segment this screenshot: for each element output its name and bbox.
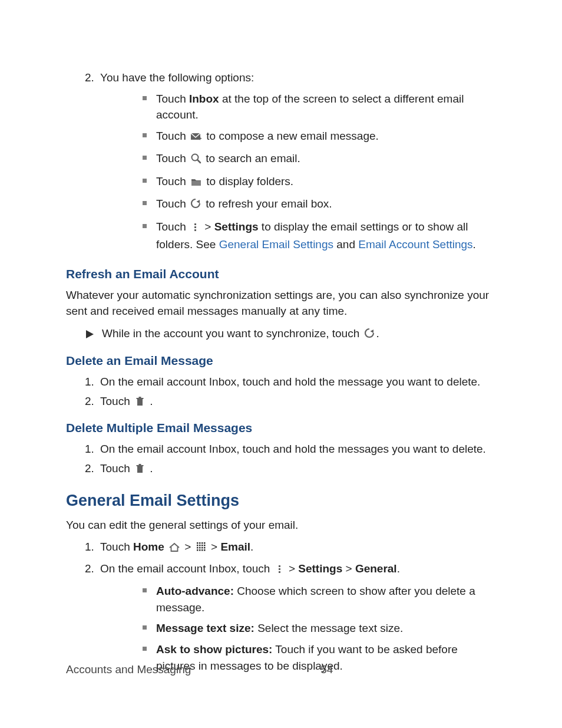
list-item: 2. Touch . [66, 393, 496, 411]
list-item: 1. On the email account Inbox, touch and… [66, 441, 496, 457]
square-bullet-icon [143, 179, 147, 183]
list-number: 2. [85, 561, 100, 678]
text: Touch [156, 175, 189, 187]
overflow-icon [190, 220, 200, 237]
list-item: Touch Inbox at the top of the screen to … [100, 91, 496, 123]
bold-text: Inbox [189, 93, 219, 105]
text: . [250, 541, 253, 553]
footer-section-title: Accounts and Messaging [66, 663, 191, 676]
text: While in the account you want to synchro… [102, 327, 363, 340]
square-bullet-icon [143, 133, 147, 137]
text: > [208, 541, 221, 553]
square-bullet-icon [143, 201, 147, 205]
square-bullet-icon [143, 588, 147, 592]
list-item: Touch to compose a new email message. [100, 128, 496, 146]
square-bullet-icon [143, 647, 147, 651]
list-item: Touch to refresh your email box. [100, 196, 496, 214]
text: Touch [156, 197, 189, 210]
text: . [397, 562, 400, 575]
text: Select the message text size. [254, 622, 403, 634]
general-settings-steps: 1. Touch Home > > Email. 2. On the email… [66, 539, 496, 678]
apps-icon [196, 541, 207, 557]
document-page: 2. You have the following options: Touch… [0, 0, 562, 728]
heading-delete-multi: Delete Multiple Email Messages [66, 421, 496, 435]
list-item: Touch to search an email. [100, 150, 496, 169]
text: . [473, 238, 476, 251]
refresh-icon [364, 327, 375, 344]
text: > [201, 220, 214, 233]
page-footer: Accounts and Messaging 54 [66, 663, 496, 676]
footer-page-number: 54 [320, 663, 333, 676]
list-number: 1. [85, 374, 100, 390]
text: and [333, 238, 358, 251]
action-item: While in the account you want to synchro… [66, 325, 496, 344]
heading-refresh-account: Refresh an Email Account [66, 267, 496, 281]
text: On the email account Inbox, touch [100, 562, 273, 575]
text: Touch [100, 462, 133, 475]
search-icon [190, 152, 201, 169]
bold-text: Email [220, 541, 250, 553]
list-number: 1. [85, 441, 100, 457]
bold-text: Message text size: [156, 622, 254, 634]
bold-text: Auto-advance: [156, 585, 234, 597]
square-bullet-icon [143, 156, 147, 160]
text: Touch [156, 220, 189, 233]
heading-delete-one: Delete an Email Message [66, 354, 496, 368]
home-icon [168, 541, 180, 557]
list-number: 2. [85, 393, 100, 411]
bold-text: Settings [298, 562, 342, 575]
text: to compose a new email message. [203, 130, 379, 142]
list-item: 2. On the email account Inbox, touch > S… [66, 561, 496, 678]
list-item: 1. On the email account Inbox, touch and… [66, 374, 496, 390]
text: Touch [156, 152, 189, 164]
text: Touch [100, 395, 133, 407]
text: to search an email. [203, 152, 300, 164]
text: Touch [156, 93, 189, 105]
list-item: 2. You have the following options: Touch… [66, 70, 496, 258]
list-number: 2. [85, 70, 100, 258]
list-item: Message text size: Select the message te… [100, 620, 496, 637]
link-email-account-settings[interactable]: Email Account Settings [358, 238, 472, 251]
square-bullet-icon [143, 625, 147, 630]
arrow-icon [85, 328, 95, 344]
text: Touch [156, 130, 189, 142]
text: > [286, 562, 299, 575]
paragraph: You can edit the general settings of you… [66, 517, 496, 533]
step-text: On the email account Inbox, touch and ho… [100, 374, 496, 390]
square-bullet-icon [143, 96, 147, 100]
compose-icon [190, 130, 202, 146]
bold-text: Ask to show pictures: [156, 643, 272, 655]
text: . [147, 395, 153, 407]
trash-icon [134, 462, 146, 479]
overflow-icon [275, 562, 285, 579]
text: . [376, 327, 379, 340]
bold-text: Home [133, 541, 164, 553]
folder-icon [190, 175, 202, 192]
list-item: Touch > Settings to display the email se… [100, 219, 496, 253]
text: Touch [100, 541, 133, 553]
link-general-email-settings[interactable]: General Email Settings [219, 238, 333, 251]
heading-general-email-settings: General Email Settings [66, 492, 496, 510]
sub-bullet-list: Touch Inbox at the top of the screen to … [100, 91, 496, 253]
list-number: 2. [85, 460, 100, 479]
list-item: 1. Touch Home > > Email. [66, 539, 496, 557]
delete-multi-steps: 1. On the email account Inbox, touch and… [66, 441, 496, 479]
list-number: 1. [85, 539, 100, 557]
general-settings-bullets: Auto-advance: Choose which screen to sho… [100, 583, 496, 674]
text: . [147, 462, 153, 475]
square-bullet-icon [143, 224, 147, 228]
options-list: 2. You have the following options: Touch… [66, 70, 496, 258]
text: to display folders. [203, 175, 293, 187]
refresh-icon [190, 197, 201, 214]
step-text: On the email account Inbox, touch and ho… [100, 441, 496, 457]
paragraph: Whatever your automatic synchronization … [66, 287, 496, 319]
text: > [181, 541, 194, 553]
bold-text: Settings [214, 220, 259, 233]
list-item: Auto-advance: Choose which screen to sho… [100, 583, 496, 615]
delete-one-steps: 1. On the email account Inbox, touch and… [66, 374, 496, 411]
text: to refresh your email box. [203, 197, 332, 210]
trash-icon [134, 395, 146, 411]
text: > [342, 562, 355, 575]
step-text: You have the following options: [100, 71, 254, 84]
list-item: 2. Touch . [66, 460, 496, 479]
